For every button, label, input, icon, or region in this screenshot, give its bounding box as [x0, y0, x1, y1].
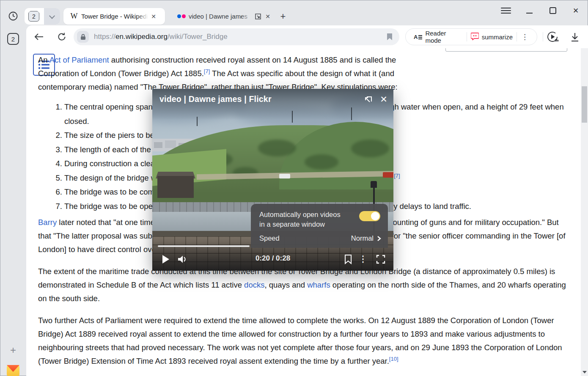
web-content: An Act of Parliament authorising constru… — [26, 48, 588, 376]
new-tab-button[interactable]: + — [278, 11, 289, 22]
video-settings-menu: Automatically open videos in a separate … — [251, 204, 388, 248]
tab-close-button[interactable]: ✕ — [149, 12, 158, 21]
scrollbar[interactable] — [581, 48, 588, 376]
reload-icon[interactable] — [57, 32, 67, 42]
video-close-icon[interactable]: ✕ — [378, 94, 389, 105]
tab-group-pill[interactable]: 2 — [25, 8, 60, 25]
url-text[interactable]: https://en.wikipedia.org/wiki/Tower_Brid… — [94, 28, 228, 45]
fullscreen-icon[interactable] — [376, 254, 386, 264]
video-title-gradient — [152, 89, 393, 120]
summarize-button[interactable]: summarize — [467, 29, 517, 45]
wikipedia-search-box[interactable] — [445, 48, 567, 52]
tab-tower-bridge[interactable]: W Tower Bridge - Wikipedia ✕ — [63, 8, 165, 25]
summarize-icon — [471, 33, 479, 41]
video-popout-player[interactable]: video | Dawne james | Flickr ✕ Automatic… — [152, 89, 393, 271]
flickr-favicon — [177, 14, 186, 18]
tab-title: Tower Bridge - Wikipedia — [81, 13, 148, 20]
sidebar-add-button[interactable]: + — [8, 345, 18, 355]
video-controls: 0:20 / 0:28 ⋮ — [152, 252, 393, 267]
menu-icon[interactable] — [501, 6, 511, 15]
sidebar: 2 + — [0, 25, 26, 376]
window-close-button[interactable]: ✕ — [571, 6, 580, 15]
tab-close-button[interactable]: ✕ — [263, 12, 272, 21]
link-act-of-parliament[interactable]: Act of Parliament — [49, 55, 109, 64]
scrollbar-thumb[interactable] — [582, 86, 587, 123]
paragraph-further-acts: Two further Acts of Parliament were requ… — [38, 314, 567, 368]
tab-count-badge[interactable]: 2 — [28, 11, 39, 22]
mail-icon[interactable] — [7, 365, 19, 376]
minimize-button[interactable] — [525, 6, 534, 15]
ref-10: [10] — [389, 356, 398, 362]
history-clock-icon[interactable] — [8, 11, 19, 22]
chevron-down-icon — [49, 13, 55, 19]
popout-icon[interactable] — [254, 12, 262, 21]
video-bookmark-icon[interactable] — [343, 254, 353, 265]
paragraph-maritime: The extent of the maritime trade conduct… — [38, 265, 567, 305]
page-tools-pill: A Reader mode — [405, 28, 537, 45]
media-player-icon[interactable] — [547, 31, 558, 43]
reader-mode-icon: A — [414, 34, 422, 40]
title-fade — [241, 13, 252, 20]
back-to-tab-icon[interactable] — [363, 95, 373, 105]
toolbar-separator — [543, 32, 543, 41]
toggle-knob — [371, 212, 379, 220]
paragraph-act: An Act of Parliament authorising constru… — [38, 53, 567, 94]
video-title: video | Dawne james | Flickr — [159, 94, 272, 104]
browser-window: 2 W Tower Bridge - Wikipedia ✕ video | D… — [0, 0, 588, 376]
float-spacer — [436, 53, 567, 69]
lock-icon[interactable] — [77, 31, 89, 43]
red-truck — [383, 172, 393, 178]
speed-label: Speed — [259, 234, 280, 242]
address-bar[interactable]: https://en.wikipedia.org/wiki/Tower_Brid… — [74, 28, 399, 45]
white-truck — [279, 174, 290, 178]
back-icon[interactable] — [34, 32, 44, 41]
video-kebab-icon[interactable]: ⋮ — [359, 253, 367, 264]
scrub-patch — [305, 154, 338, 170]
chevron-right-icon — [377, 236, 381, 242]
tools-kebab-icon[interactable]: ⋮ — [517, 33, 533, 41]
video-time: 0:20 / 0:28 — [256, 254, 290, 263]
maximize-button[interactable] — [548, 6, 558, 15]
tab-flickr-video[interactable]: video | Dawne james ✕ — [171, 8, 278, 25]
address-toolbar: https://en.wikipedia.org/wiki/Tower_Brid… — [26, 25, 588, 48]
bookmark-icon[interactable] — [387, 33, 393, 42]
stone-building — [157, 176, 194, 198]
link-wharfs[interactable]: wharfs — [307, 280, 330, 289]
volume-icon[interactable] — [177, 254, 188, 264]
web-view-card: https://en.wikipedia.org/wiki/Tower_Brid… — [26, 25, 588, 376]
ref-7: [7] — [204, 68, 210, 74]
play-icon[interactable] — [161, 254, 171, 265]
tab-title: video | Dawne james — [189, 13, 252, 20]
tab-group-expand-button[interactable] — [44, 8, 60, 25]
scrub-patch — [258, 140, 296, 156]
download-icon[interactable] — [569, 32, 580, 43]
wikipedia-favicon: W — [69, 12, 79, 21]
link-barry[interactable]: Barry — [38, 218, 57, 227]
tab-bar: 2 W Tower Bridge - Wikipedia ✕ video | D… — [0, 0, 588, 25]
workspace-badge[interactable]: 2 — [7, 33, 19, 45]
title-fade — [137, 13, 148, 20]
speed-menu-item[interactable]: Speed Normal — [259, 234, 381, 242]
scrub-patch — [351, 140, 389, 157]
reader-mode-button[interactable]: A Reader mode — [410, 29, 467, 45]
speed-value: Normal — [351, 234, 374, 242]
auto-open-toggle[interactable] — [359, 211, 380, 221]
auto-open-label: Automatically open videos in a separate … — [259, 210, 341, 229]
scrollbar-down-arrow[interactable] — [583, 371, 587, 373]
link-docks[interactable]: docks — [244, 280, 264, 289]
ref-7: [7] — [394, 172, 400, 178]
